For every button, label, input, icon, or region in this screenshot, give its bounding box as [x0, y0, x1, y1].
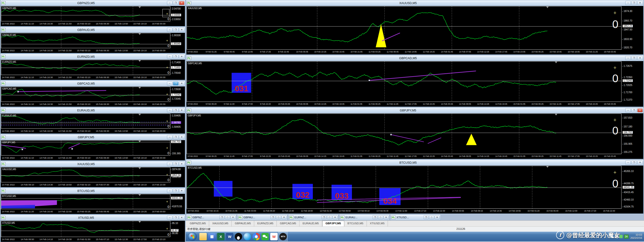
window-titlebar[interactable]: GBPJPY,M5–❐✕ — [186, 108, 644, 113]
maximize-button[interactable]: ❐ — [173, 162, 178, 166]
maximize-button[interactable]: □ — [429, 216, 434, 219]
chart-plot[interactable]: XAUUSD,M50+ — [1, 167, 170, 182]
time-axis[interactable]: 14 Feb 202214 Feb 11:1014 Feb 16:3014 Fe… — [1, 21, 170, 26]
chart-body-GBPJPY,M5[interactable]: GBPJPY,M50+156.703155.36514 Feb 202214 F… — [1, 140, 185, 160]
price-scale[interactable]: 45355.1044399.7544041.3543415.4542460.10… — [622, 166, 643, 213]
minimize-button[interactable]: – — [625, 108, 631, 112]
window-titlebar[interactable]: GBPCAD,M5–❐✕ — [0, 81, 185, 86]
chart-plot[interactable]: EURAUD,M50+ — [1, 114, 170, 129]
taskbar-icon-qqbrowser[interactable] — [244, 233, 251, 240]
chart-body-XAUUSD,M5[interactable]: XAUUSD,M50+1874.001852.241846.0014 Feb 2… — [1, 167, 185, 187]
chart-body-GBPCAD,M5[interactable]: 031GBPCAD,M50+1.726751.723501.722431.720… — [186, 61, 643, 106]
minimize-button[interactable]: – — [167, 162, 172, 166]
minimize-button[interactable]: – — [167, 55, 172, 59]
maximize-button[interactable]: □ — [225, 216, 230, 219]
chart-body-GBPCAD,M5[interactable]: GBPCAD,M50+1.726301.722431.7204514 Feb 2… — [1, 86, 185, 106]
taskbar-icon-mt4[interactable]: MT4 — [279, 233, 287, 240]
minimize-button[interactable]: – — [625, 160, 631, 164]
window-titlebar[interactable]: GBPJPY,M5–❐✕ — [0, 134, 185, 140]
time-axis[interactable]: 14 Feb 202214 Feb 11:2014 Feb 16:4014 Fe… — [1, 209, 170, 214]
close-button[interactable]: ✕ — [637, 108, 643, 112]
restore-button[interactable]: ❐ — [220, 216, 224, 219]
minimize-button[interactable]: – — [167, 189, 172, 193]
chart-body-BTCUSD,M5[interactable]: BTCUSD,M50+44041.3541870.5514 Feb 202214… — [1, 194, 185, 214]
taskbar-icon-qq[interactable] — [235, 233, 242, 240]
minimized-window-EURAU[interactable]: EURAU...❐□✕ — [339, 214, 390, 220]
chart-plot[interactable]: GBPJPY,M50+ — [187, 114, 622, 154]
chart-body-GBPJPY,M5[interactable]: GBPJPY,M50+157.810157.180156.702156.5501… — [186, 113, 643, 159]
price-scale[interactable]: 1.714001.710021.70540 — [170, 60, 185, 80]
start-button[interactable] — [188, 232, 197, 241]
price-scale[interactable]: 2.047002.040662.03650 — [170, 6, 185, 26]
window-titlebar[interactable]: EURAUD,M5–❐✕ — [0, 108, 185, 113]
window-titlebar[interactable]: BTCUSD,M5–❐✕ — [0, 188, 185, 194]
taskbar-icon-excel[interactable]: X — [217, 233, 224, 240]
window-titlebar[interactable]: XTIUSD,M5–❐✕ — [0, 215, 185, 221]
time-axis[interactable]: 14 Feb 202214 Feb 11:1014 Feb 16:3014 Fe… — [1, 129, 170, 134]
close-button[interactable]: ✕ — [179, 55, 184, 59]
close-button[interactable]: ✕ — [637, 160, 643, 164]
price-scale[interactable]: 1874.001852.241846.00 — [170, 167, 185, 187]
chart-plot[interactable]: EURNZD,M50+ — [1, 60, 170, 75]
close-button[interactable]: ✕ — [179, 135, 184, 139]
window-titlebar[interactable]: GBPNZD,M5–❐✕ — [0, 0, 185, 6]
minimize-button[interactable]: – — [167, 1, 172, 5]
restore-button[interactable]: ❐ — [322, 216, 326, 219]
maximize-button[interactable]: ❐ — [631, 1, 637, 5]
close-button[interactable]: ✕ — [332, 216, 338, 219]
window-titlebar[interactable]: XAUUSD,M5–❐✕ — [186, 0, 644, 6]
tab-XAUUSD,M5[interactable]: XAUUSD,M5 — [209, 221, 232, 226]
maximize-button[interactable]: □ — [378, 216, 383, 219]
window-titlebar[interactable]: XAUUSD,M5–❐✕ — [0, 161, 185, 167]
price-scale[interactable]: 1874.301860.701852.241847.501833.901820.… — [622, 6, 643, 54]
close-button[interactable]: ✕ — [434, 216, 440, 219]
tab-XTIUSD,M5[interactable]: XTIUSD,M5 — [367, 221, 388, 226]
minimize-button[interactable]: – — [625, 56, 631, 60]
chart-body-EURAUD,M5[interactable]: EURAUD,M50+1.594051.587831.5840514 Feb 2… — [1, 113, 185, 134]
price-scale[interactable]: 44041.3541870.55 — [170, 194, 185, 214]
time-axis[interactable]: 14 Feb 202214 Feb 11:1014 Feb 16:3014 Fe… — [1, 156, 170, 160]
price-scale[interactable]: 1.903301.89349 — [170, 33, 185, 53]
tab-GBPNZD,M5[interactable]: GBPNZD,M5 — [187, 221, 209, 226]
chart-body-XTIUSD,M5[interactable]: XTIUSD,M50+95.1091.8790.8014 Feb 202214 … — [1, 221, 185, 242]
taskbar-icon-chrome[interactable] — [252, 233, 260, 240]
minimized-window-GBPNZ[interactable]: GBPNZ...❐□✕ — [186, 214, 236, 220]
maximize-button[interactable]: ❐ — [631, 108, 637, 112]
maximize-button[interactable]: ❐ — [173, 135, 178, 139]
time-axis[interactable]: 14 Feb 202214 Feb 11:1014 Feb 16:3014 Fe… — [1, 48, 170, 53]
close-button[interactable]: ✕ — [179, 28, 184, 32]
input-method-badge[interactable]: 34 — [624, 234, 629, 239]
minimize-button[interactable]: – — [167, 216, 172, 220]
chart-plot[interactable]: GBPCAD,M50+ — [1, 87, 170, 102]
close-button[interactable]: ✕ — [230, 216, 236, 219]
maximize-button[interactable]: ❐ — [173, 28, 178, 32]
price-scale[interactable]: 1.594051.587831.58405 — [170, 114, 185, 133]
close-button[interactable]: ✕ — [179, 108, 184, 112]
close-button[interactable]: ✕ — [179, 1, 184, 5]
time-axis[interactable]: 14 Feb 202214 Feb 08:5014 Feb 14:1014 Fe… — [1, 237, 170, 242]
minimize-button[interactable]: – — [625, 1, 631, 5]
minimized-window-EURNZ[interactable]: EURNZ...❐□✕ — [288, 214, 338, 220]
chart-plot[interactable]: GBPJPY,M50+ — [1, 140, 170, 156]
maximize-button[interactable]: ❐ — [631, 56, 637, 60]
minimize-button[interactable]: – — [167, 28, 172, 32]
time-axis[interactable]: 14 Feb 202214 Feb 11:1014 Feb 16:3014 Fe… — [1, 102, 170, 106]
maximize-button[interactable]: ❐ — [173, 216, 178, 220]
close-button[interactable]: ✕ — [637, 1, 643, 5]
maximize-button[interactable]: ❐ — [173, 1, 178, 5]
chart-plot[interactable]: XTIUSD,M50+ — [1, 221, 170, 237]
close-button[interactable]: ✕ — [282, 216, 286, 219]
maximize-button[interactable]: □ — [276, 216, 281, 219]
tab-GBPAUD,M5[interactable]: GBPAUD,M5 — [232, 221, 254, 226]
tab-EURAUD,M5[interactable]: EURAUD,M5 — [300, 221, 322, 226]
close-button[interactable]: ✕ — [179, 189, 184, 193]
maximize-button[interactable]: ❐ — [631, 160, 637, 164]
price-scale[interactable]: 95.1091.8790.80 — [170, 221, 185, 242]
taskbar-icon-wps[interactable]: W — [270, 233, 278, 240]
close-button[interactable]: ✕ — [637, 56, 643, 60]
taskbar-clock[interactable]: 10:03 2022/2/16 — [630, 233, 642, 240]
time-axis[interactable]: 14 Feb 202214 Feb 11:1014 Feb 16:3014 Fe… — [1, 75, 170, 80]
maximize-button[interactable]: ❐ — [173, 189, 178, 193]
chart-plot[interactable]: XAUUSD,M50+ — [187, 6, 622, 50]
minimize-button[interactable]: – — [167, 82, 172, 86]
